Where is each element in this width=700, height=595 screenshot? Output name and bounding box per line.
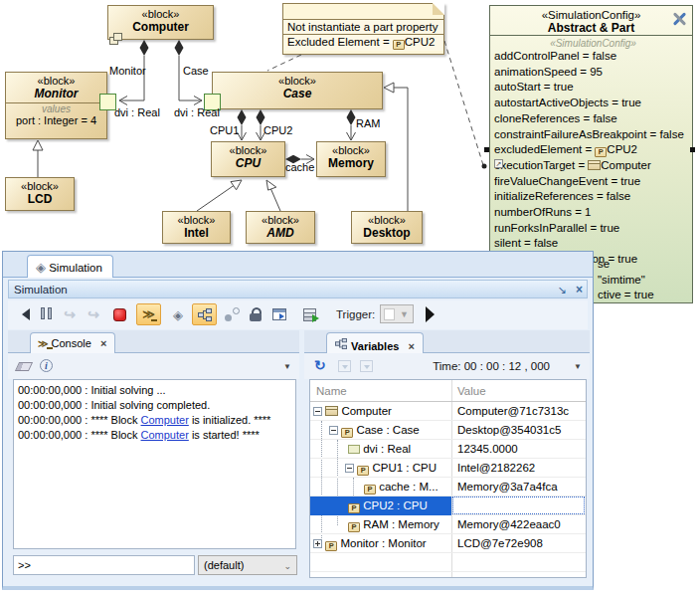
collapse-icon[interactable] (313, 407, 322, 416)
table-row[interactable]: P cache : M... Memory@3a7a4fca (310, 478, 586, 496)
step-into-button[interactable]: ↪ (59, 303, 81, 325)
block-monitor[interactable]: «block» Monitor values port : Integer = … (5, 72, 107, 139)
close-window-icon[interactable]: × (576, 283, 583, 297)
animation-button[interactable]: ◈ (167, 303, 189, 325)
console-toggle-button[interactable]: ≫ (136, 303, 161, 325)
table-row[interactable]: dvi : Real 12345.0000 (310, 440, 586, 459)
breakpoints-button[interactable] (221, 303, 243, 325)
clear-console-button[interactable] (17, 361, 31, 373)
table-row[interactable]: P RAM : Memory Memory@422eaac0 (310, 515, 586, 534)
trigger-value (384, 308, 395, 320)
block-name: CPU (212, 156, 284, 170)
pause-button[interactable] (35, 303, 57, 325)
close-tab-icon[interactable]: × (100, 337, 106, 349)
table-row-empty[interactable] (310, 572, 586, 578)
lock-button[interactable] (245, 303, 266, 325)
collapse-icon[interactable] (329, 426, 338, 435)
close-tab-icon[interactable]: × (408, 340, 414, 352)
block-amd[interactable]: «block» AMD (246, 211, 315, 244)
edge-label-ram: RAM (356, 117, 380, 129)
refresh-button[interactable]: ↻ (314, 357, 326, 373)
config-prop: animationSpeed = 95 (494, 65, 692, 81)
import-variable-button[interactable] (360, 360, 373, 372)
config-prop: runForksInParallel = true (494, 221, 692, 237)
stereotype-label: «block» (212, 142, 284, 156)
config-prop-clipped: se (598, 258, 610, 270)
config-prop: constraintFailureAsBreakpoint = false (494, 127, 692, 143)
variables-toggle-button[interactable] (192, 303, 217, 325)
export-button[interactable] (298, 303, 320, 325)
edge-label-case: Case (183, 65, 209, 77)
block-desktop[interactable]: «block» Desktop (351, 211, 423, 244)
console-icon: ≫ (38, 338, 48, 349)
value-cell-editing[interactable] (452, 496, 585, 514)
block-intel[interactable]: «block» Intel (162, 211, 231, 244)
config-name: Abstract & Part (548, 21, 634, 35)
tab-label: Variables (351, 340, 399, 352)
selection-handle[interactable] (690, 147, 695, 152)
computer-link[interactable]: Computer (141, 414, 189, 426)
computer-link[interactable]: Computer (141, 429, 189, 441)
config-prop: cloneReferences = false (494, 111, 692, 127)
table-row[interactable]: P CPU1 : CPU Intel@2182262 (310, 459, 586, 478)
table-row[interactable]: P Monitor : Monitor LCD@7e72e908 (310, 534, 586, 553)
value-property-icon (348, 445, 360, 454)
float-window-icon[interactable]: ↘ (558, 284, 567, 296)
eraser-icon (15, 362, 33, 371)
chevron-down-icon: ⌄ (283, 561, 291, 571)
collapse-icon[interactable] (345, 464, 354, 473)
run-button[interactable] (15, 303, 37, 325)
time-label: Time: 00 : 00 : 12 , 000 (433, 360, 550, 372)
toolbar-overflow-icon[interactable] (426, 306, 435, 322)
pause-icon (39, 307, 53, 321)
variables-table[interactable]: Name Value Computer Computer@71c7313c P … (309, 379, 587, 578)
tab-variables[interactable]: Variables × (326, 332, 424, 354)
language-dropdown[interactable]: (default) ⌄ (198, 555, 297, 575)
chevron-down-icon[interactable]: ▼ (283, 362, 291, 371)
step-over-button[interactable]: ↪ (83, 303, 104, 325)
block-case[interactable]: «block» Case (212, 72, 383, 109)
table-row-selected[interactable]: P CPU2 : CPU (310, 496, 586, 515)
tab-label: Console (52, 337, 91, 349)
edge-label-cpu2: CPU2 (263, 124, 292, 136)
environment-options-button[interactable]: i (40, 359, 53, 372)
chevron-down-icon[interactable]: ▼ (574, 362, 582, 371)
selection-handle[interactable] (484, 147, 489, 152)
trigger-dropdown[interactable]: ▼ (380, 304, 414, 323)
window-tab-strip: ◈ Simulation (3, 252, 593, 278)
table-row[interactable]: P Case : Case Desktop@354031c5 (310, 421, 586, 440)
config-prop-target: executionTarget = Computer (494, 158, 692, 174)
stereotype-label: «block» (108, 6, 213, 20)
stereotype-label: «block» (6, 73, 106, 87)
console-log[interactable]: 00:00:00,000 : Initial solving ... 00:00… (13, 379, 296, 549)
comment-note[interactable]: Not instantiate a part property Excluded… (282, 3, 444, 55)
stop-button[interactable] (108, 303, 130, 325)
config-prop: autoStart = true (494, 80, 692, 96)
variables-tab-strip: Variables × (304, 330, 590, 353)
block-cpu[interactable]: «block» CPU (211, 141, 285, 177)
export-variable-button[interactable] (338, 360, 351, 372)
config-prop: autostartActiveObjects = true (494, 96, 692, 111)
block-name: Computer (108, 20, 213, 34)
value-property: port : Integer = 4 (16, 114, 96, 126)
step-into-icon: ↪ (64, 306, 76, 322)
console-input[interactable]: >> (13, 555, 195, 575)
note-line1: Not instantiate a part property (283, 19, 443, 34)
tab-console[interactable]: ≫ Console × (30, 332, 115, 354)
open-in-window-button[interactable] (268, 303, 290, 325)
table-row[interactable]: Computer Computer@71c7313c (310, 402, 586, 421)
table-row-empty[interactable] (310, 553, 586, 572)
block-name: AMD (247, 226, 314, 240)
stereotype-label: «block» (247, 212, 314, 226)
block-memory[interactable]: «block» Memory (316, 141, 386, 177)
expand-icon[interactable] (313, 539, 322, 548)
variables-tree-icon (335, 338, 347, 349)
tab-label: Simulation (49, 262, 102, 274)
part-property-icon: P (325, 541, 337, 551)
block-lcd[interactable]: «block» LCD (5, 177, 75, 211)
new-window-icon (272, 308, 286, 320)
stereotype-label: «block» (163, 212, 230, 226)
column-header-name: Name (316, 385, 347, 397)
window-title-bar[interactable]: Simulation ↘ × (8, 280, 588, 298)
tab-simulation[interactable]: ◈ Simulation (27, 255, 113, 278)
